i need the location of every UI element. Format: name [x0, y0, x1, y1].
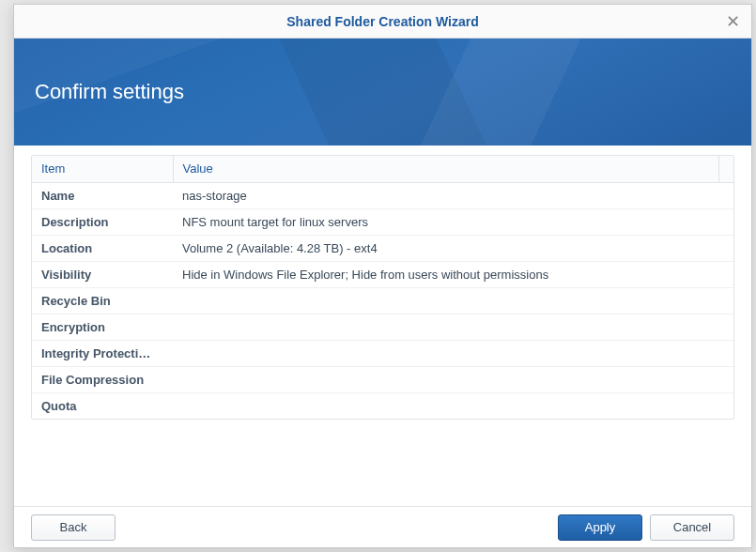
back-button[interactable]: Back	[31, 514, 116, 541]
table-cell-value	[173, 314, 733, 340]
footer: Back Apply Cancel	[14, 506, 751, 547]
content-area: Item Value Namenas-storageDescriptionNFS…	[14, 146, 751, 506]
column-header-item[interactable]: Item	[32, 156, 173, 182]
table-cell-item: Encryption	[32, 314, 173, 340]
column-header-scroll-gutter	[718, 156, 733, 182]
table-row: Recycle Bin	[32, 287, 733, 314]
table-cell-item: File Compression	[32, 366, 173, 392]
table-cell-item: Integrity Protecti…	[32, 340, 173, 366]
table-cell-value: Hide in Windows File Explorer; Hide from…	[173, 261, 733, 287]
table-row: Integrity Protecti…	[32, 340, 733, 366]
wizard-dialog: Shared Folder Creation Wizard ✕ Confirm …	[13, 4, 752, 548]
close-icon: ✕	[726, 11, 740, 32]
table-cell-item: Name	[32, 182, 173, 208]
dialog-title: Shared Folder Creation Wizard	[286, 14, 478, 29]
table-cell-item: Recycle Bin	[32, 287, 173, 314]
column-header-value[interactable]: Value	[173, 156, 718, 182]
table-row: DescriptionNFS mount target for linux se…	[32, 208, 733, 235]
table-body: Namenas-storageDescriptionNFS mount targ…	[32, 182, 733, 419]
table-header-row: Item Value	[32, 156, 733, 182]
table-row: LocationVolume 2 (Available: 4.28 TB) - …	[32, 235, 733, 261]
table-cell-item: Location	[32, 235, 173, 261]
cancel-button[interactable]: Cancel	[650, 514, 734, 541]
banner: Confirm settings	[14, 38, 751, 146]
table-cell-value	[173, 340, 733, 366]
table-cell-value: Volume 2 (Available: 4.28 TB) - ext4	[173, 235, 733, 261]
table-cell-item: Visibility	[32, 261, 173, 287]
table-row: Namenas-storage	[32, 182, 733, 208]
settings-table: Item Value Namenas-storageDescriptionNFS…	[32, 156, 733, 419]
table-cell-value: nas-storage	[173, 182, 733, 208]
page-title: Confirm settings	[35, 80, 184, 104]
titlebar: Shared Folder Creation Wizard ✕	[14, 5, 751, 38]
table-cell-value	[173, 392, 733, 419]
table-cell-value	[173, 287, 733, 314]
settings-table-wrap: Item Value Namenas-storageDescriptionNFS…	[31, 155, 734, 420]
close-button[interactable]: ✕	[721, 10, 744, 33]
table-cell-item: Description	[32, 208, 173, 235]
table-row: File Compression	[32, 366, 733, 392]
table-row: Encryption	[32, 314, 733, 340]
apply-button[interactable]: Apply	[558, 514, 642, 541]
table-cell-item: Quota	[32, 392, 173, 419]
table-cell-value	[173, 366, 733, 392]
table-cell-value: NFS mount target for linux servers	[173, 208, 733, 235]
table-row: VisibilityHide in Windows File Explorer;…	[32, 261, 733, 287]
table-row: Quota	[32, 392, 733, 419]
